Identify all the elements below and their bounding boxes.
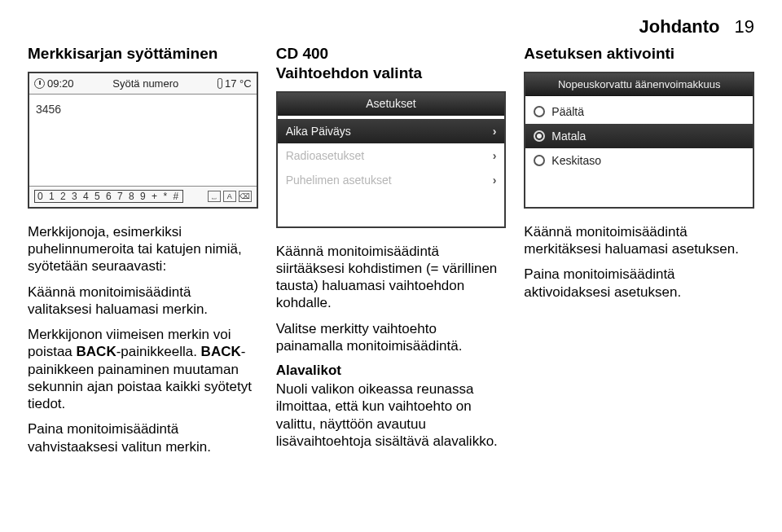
col2-p2: Valitse merkitty vaihtoehto painamalla m… bbox=[276, 320, 507, 355]
entered-digits: 3456 bbox=[36, 103, 61, 116]
menu-item-label: Puhelimen asetukset bbox=[286, 174, 392, 187]
col1-heading: Merkkisarjan syöttäminen bbox=[28, 44, 258, 64]
thermometer-icon bbox=[217, 78, 222, 89]
column-2: CD 400 Vaihtoehdon valinta Asetukset Aik… bbox=[276, 44, 507, 464]
input-mode-icons[interactable]: ⎵ A ⌫ bbox=[208, 191, 252, 202]
col1-p3: Merkkijonon viimeisen merkin voi poistaa… bbox=[28, 326, 258, 412]
screenshot-enter-number: 09:20 Syötä numero 17 °C 3456 0 1 2 3 4 … bbox=[28, 72, 258, 209]
menu-title: Asetukset bbox=[278, 93, 505, 116]
radio-icon bbox=[534, 155, 545, 166]
col1-p1: Merkkijonoja, esimerkiksi puhelinnumeroi… bbox=[28, 223, 258, 275]
menu-item-phone-settings[interactable]: Puhelimen asetukset › bbox=[278, 168, 505, 192]
col3-heading: Asetuksen aktivointi bbox=[524, 44, 754, 64]
page-header-number: 19 bbox=[735, 16, 754, 37]
col3-p2: Paina monitoimisäädintä aktivoidaksesi a… bbox=[524, 266, 754, 301]
screenshot-settings-menu: Asetukset Aika Päiväys › Radioasetukset … bbox=[276, 91, 507, 228]
menu-item-radio-settings[interactable]: Radioasetukset › bbox=[278, 143, 505, 168]
screen-title: Syötä numero bbox=[74, 77, 217, 90]
col3-p1: Käännä monitoimisäädintä merkitäksesi ha… bbox=[524, 223, 754, 258]
menu-item-time-date[interactable]: Aika Päiväys › bbox=[278, 119, 505, 143]
option-off[interactable]: Päältä bbox=[525, 99, 753, 124]
option-label: Matala bbox=[551, 130, 586, 143]
option-medium[interactable]: Keskitaso bbox=[525, 148, 753, 173]
radio-icon bbox=[534, 130, 545, 142]
column-3: Asetuksen aktivointi Nopeuskorvattu ääne… bbox=[524, 44, 754, 464]
column-1: Merkkisarjan syöttäminen 09:20 Syötä num… bbox=[28, 44, 258, 464]
chevron-right-icon: › bbox=[488, 149, 496, 162]
backspace-icon[interactable]: ⌫ bbox=[239, 191, 252, 202]
clock-icon bbox=[34, 78, 45, 89]
option-label: Päältä bbox=[551, 105, 584, 118]
option-low[interactable]: Matala bbox=[525, 124, 753, 148]
status-temp-value: 17 °C bbox=[225, 77, 252, 90]
status-time: 09:20 bbox=[34, 77, 74, 90]
page-header-title: Johdanto bbox=[639, 16, 720, 37]
status-time-value: 09:20 bbox=[47, 77, 74, 90]
digit-key-row[interactable]: 0 1 2 3 4 5 6 7 8 9 + * # bbox=[34, 190, 183, 203]
col1-p4: Paina monitoimisäädintä vahvistaaksesi v… bbox=[28, 420, 258, 455]
col2-subhead: Alavalikot bbox=[276, 363, 507, 379]
space-icon[interactable]: ⎵ bbox=[208, 191, 221, 202]
chevron-right-icon: › bbox=[488, 174, 496, 187]
letters-icon[interactable]: A bbox=[223, 191, 236, 202]
col1-p2: Käännä monitoimisäädintä valitaksesi hal… bbox=[28, 284, 258, 319]
chevron-right-icon: › bbox=[488, 125, 496, 138]
menu-item-label: Aika Päiväys bbox=[286, 125, 351, 138]
col2-heading: CD 400 Vaihtoehdon valinta bbox=[276, 44, 507, 83]
option-label: Keskitaso bbox=[551, 154, 601, 167]
col2-p3: Nuoli valikon oikeassa reunassa ilmoitta… bbox=[276, 380, 507, 450]
status-temp: 17 °C bbox=[217, 77, 252, 90]
radio-icon bbox=[534, 106, 545, 117]
menu-item-label: Radioasetukset bbox=[286, 149, 365, 162]
screenshot-activate-setting: Nopeuskorvattu äänenvoimakkuus Päältä Ma… bbox=[524, 72, 754, 209]
menu-title: Nopeuskorvattu äänenvoimakkuus bbox=[525, 73, 753, 96]
col2-p1: Käännä monitoimisäädintä siirtääksesi ko… bbox=[276, 243, 507, 312]
